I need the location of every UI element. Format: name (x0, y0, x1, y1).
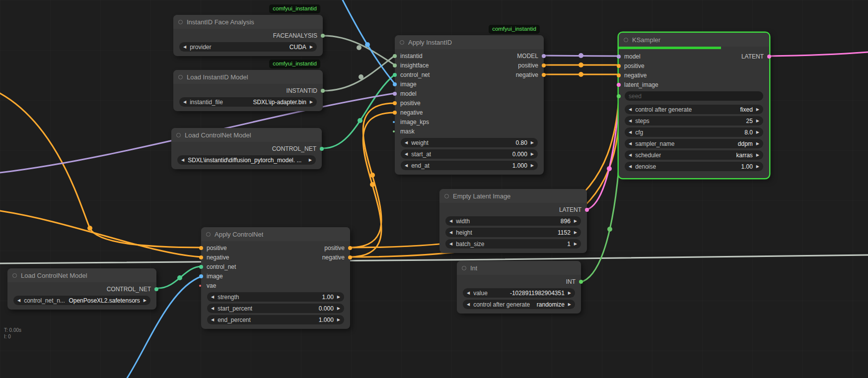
input-slot-control-net[interactable] (199, 265, 203, 269)
output-slot-negative[interactable] (542, 73, 546, 77)
combo-left-icon[interactable]: ◀ (211, 295, 214, 299)
input-slot-mask[interactable] (393, 130, 395, 132)
node-title-bar[interactable]: Load InstantID Model (173, 70, 323, 84)
node-title-bar[interactable]: Apply InstantID (395, 35, 544, 49)
widget-sampler-name[interactable]: ◀ sampler_name ddpm ▶ (625, 139, 763, 148)
widget-cfg[interactable]: ◀ cfg 8.0 ▶ (625, 127, 763, 137)
output-slot-negative[interactable] (348, 255, 352, 259)
widget-width[interactable]: ◀ width 896 ▶ (445, 216, 581, 226)
combo-left-icon[interactable]: ◀ (17, 299, 20, 303)
output-slot-faceanalysis[interactable] (321, 34, 325, 38)
combo-right-icon[interactable]: ▶ (568, 291, 571, 295)
node-title-bar[interactable]: Load ControlNet Model (171, 128, 322, 142)
combo-left-icon[interactable]: ◀ (405, 152, 408, 156)
combo-right-icon[interactable]: ▶ (574, 242, 577, 246)
combo-left-icon[interactable]: ◀ (449, 242, 452, 246)
input-slot-seed[interactable] (617, 94, 621, 98)
combo-left-icon[interactable]: ◀ (405, 164, 408, 168)
widget-strength[interactable]: ◀ strength 1.00 ▶ (207, 292, 344, 302)
combo-right-icon[interactable]: ▶ (337, 318, 340, 322)
widget-end-at[interactable]: ◀ end_at 1.000 ▶ (401, 161, 538, 170)
combo-right-icon[interactable]: ▶ (574, 219, 577, 223)
combo-right-icon[interactable]: ▶ (531, 141, 534, 145)
combo-right-icon[interactable]: ▶ (756, 142, 759, 146)
widget-value[interactable]: ◀ value -1028911982904351 ▶ (463, 288, 575, 298)
node-title-bar[interactable]: KSampler (619, 33, 769, 47)
combo-right-icon[interactable]: ▶ (531, 152, 534, 156)
combo-right-icon[interactable]: ▶ (568, 303, 571, 307)
combo-right-icon[interactable]: ▶ (574, 231, 577, 235)
output-slot-control-net[interactable] (320, 147, 324, 151)
input-slot-positive[interactable] (199, 246, 203, 250)
combo-left-icon[interactable]: ◀ (629, 119, 632, 123)
input-slot-model[interactable] (617, 55, 621, 59)
input-slot-image[interactable] (199, 274, 203, 278)
node-instantid-face-analysis[interactable]: InstantID Face Analysis FACEANALYSIS ◀ p… (173, 15, 323, 56)
node-graph-canvas[interactable]: comfyui_instantid comfyui_instantid comf… (0, 0, 868, 378)
collapse-dot-icon[interactable] (176, 133, 181, 137)
widget-start-percent[interactable]: ◀ start_percent 0.000 ▶ (207, 304, 344, 313)
combo-right-icon[interactable]: ▶ (756, 130, 759, 134)
collapse-dot-icon[interactable] (624, 38, 628, 42)
input-slot-insightface[interactable] (393, 63, 397, 67)
combo-left-icon[interactable]: ◀ (211, 318, 214, 322)
combo-left-icon[interactable]: ◀ (629, 165, 632, 169)
node-int[interactable]: Int INT ◀ value -1028911982904351 ▶ ◀ co… (457, 261, 581, 314)
input-slot-vae[interactable] (199, 285, 201, 287)
widget-steps[interactable]: ◀ steps 25 ▶ (625, 116, 763, 126)
combo-left-icon[interactable]: ◀ (629, 142, 632, 146)
combo-left-icon[interactable]: ◀ (467, 303, 470, 307)
node-title-bar[interactable]: Load ControlNet Model (7, 268, 156, 282)
combo-right-icon[interactable]: ▶ (310, 45, 313, 49)
collapse-dot-icon[interactable] (462, 266, 466, 270)
combo-left-icon[interactable]: ◀ (181, 158, 184, 162)
combo-left-icon[interactable]: ◀ (449, 231, 452, 235)
combo-right-icon[interactable]: ▶ (144, 299, 146, 303)
output-slot-positive[interactable] (348, 246, 352, 250)
combo-left-icon[interactable]: ◀ (629, 153, 632, 157)
node-title-bar[interactable]: Int (457, 261, 581, 275)
widget-provider[interactable]: ◀ provider CUDA ▶ (179, 42, 317, 52)
combo-left-icon[interactable]: ◀ (629, 130, 632, 134)
widget-end-percent[interactable]: ◀ end_percent 1.000 ▶ (207, 315, 344, 324)
combo-left-icon[interactable]: ◀ (449, 219, 452, 223)
node-title-bar[interactable]: Apply ControlNet (201, 227, 350, 241)
widget-height[interactable]: ◀ height 1152 ▶ (445, 228, 581, 237)
combo-right-icon[interactable]: ▶ (309, 158, 312, 162)
widget-weight[interactable]: ◀ weight 0.80 ▶ (401, 138, 538, 147)
combo-right-icon[interactable]: ▶ (756, 153, 759, 157)
node-load-controlnet-model-instantid[interactable]: Load ControlNet Model CONTROL_NET ◀ SDXL… (171, 128, 322, 169)
node-apply-controlnet[interactable]: Apply ControlNet positive positive negat… (201, 227, 350, 329)
widget-batch-size[interactable]: ◀ batch_size 1 ▶ (445, 239, 581, 249)
node-load-controlnet-model-openpose[interactable]: Load ControlNet Model CONTROL_NET ◀ cont… (7, 268, 156, 310)
combo-left-icon[interactable]: ◀ (405, 141, 408, 145)
widget-control-after-generate[interactable]: ◀ control after generate randomize ▶ (463, 300, 575, 309)
combo-right-icon[interactable]: ▶ (756, 119, 759, 123)
widget-start-at[interactable]: ◀ start_at 0.000 ▶ (401, 149, 538, 159)
combo-left-icon[interactable]: ◀ (629, 108, 632, 112)
input-slot-image[interactable] (393, 82, 397, 86)
input-slot-model[interactable] (393, 92, 397, 96)
collapse-dot-icon[interactable] (178, 75, 183, 79)
combo-right-icon[interactable]: ▶ (531, 164, 534, 168)
output-slot-control-net[interactable] (154, 287, 158, 291)
widget-control-net-name[interactable]: ◀ control_net_n... OpenPoseXL2.safetenso… (13, 296, 150, 305)
output-slot-int[interactable] (579, 280, 583, 284)
input-slot-latent-image[interactable] (617, 83, 621, 87)
input-slot-negative[interactable] (393, 111, 397, 115)
output-slot-latent[interactable] (585, 208, 589, 212)
input-slot-instantid[interactable] (393, 54, 397, 58)
collapse-dot-icon[interactable] (400, 40, 404, 45)
combo-right-icon[interactable]: ▶ (756, 165, 759, 169)
input-slot-control-net[interactable] (393, 73, 397, 77)
output-slot-latent[interactable] (767, 55, 771, 59)
node-ksampler[interactable]: KSampler model LATENT positive negative … (619, 33, 769, 178)
input-slot-negative[interactable] (617, 73, 621, 77)
combo-right-icon[interactable]: ▶ (337, 307, 340, 311)
node-title-bar[interactable]: Empty Latent Image (439, 189, 587, 203)
node-empty-latent-image[interactable]: Empty Latent Image LATENT ◀ width 896 ▶ … (439, 189, 587, 253)
node-title-bar[interactable]: InstantID Face Analysis (173, 15, 323, 29)
collapse-dot-icon[interactable] (206, 232, 211, 237)
widget-control-after-generate[interactable]: ◀ control after generate fixed ▶ (625, 105, 763, 114)
node-load-instantid-model[interactable]: Load InstantID Model INSTANTID ◀ instant… (173, 70, 323, 111)
